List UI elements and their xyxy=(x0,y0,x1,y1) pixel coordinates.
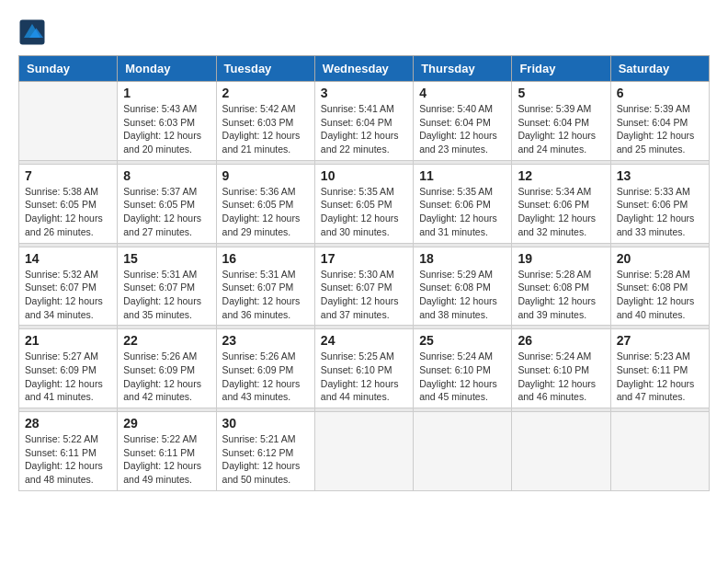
day-info: Sunrise: 5:30 AM Sunset: 6:07 PM Dayligh… xyxy=(321,268,407,322)
day-cell: 12Sunrise: 5:34 AM Sunset: 6:06 PM Dayli… xyxy=(512,164,610,243)
day-cell: 3Sunrise: 5:41 AM Sunset: 6:04 PM Daylig… xyxy=(314,82,413,161)
day-cell: 23Sunrise: 5:26 AM Sunset: 6:09 PM Dayli… xyxy=(216,329,314,408)
weekday-header-thursday: Thursday xyxy=(414,56,512,82)
day-info: Sunrise: 5:31 AM Sunset: 6:07 PM Dayligh… xyxy=(123,268,210,322)
day-cell xyxy=(610,412,709,491)
day-number: 5 xyxy=(518,86,604,100)
day-number: 30 xyxy=(222,416,309,431)
day-info: Sunrise: 5:28 AM Sunset: 6:08 PM Dayligh… xyxy=(617,268,703,322)
day-cell: 13Sunrise: 5:33 AM Sunset: 6:06 PM Dayli… xyxy=(610,164,709,243)
day-number: 29 xyxy=(123,416,210,431)
week-row-3: 14Sunrise: 5:32 AM Sunset: 6:07 PM Dayli… xyxy=(19,247,710,326)
day-info: Sunrise: 5:33 AM Sunset: 6:06 PM Dayligh… xyxy=(617,185,703,239)
day-info: Sunrise: 5:42 AM Sunset: 6:03 PM Dayligh… xyxy=(222,102,309,156)
day-info: Sunrise: 5:38 AM Sunset: 6:05 PM Dayligh… xyxy=(25,185,111,239)
logo xyxy=(18,18,50,46)
weekday-header-wednesday: Wednesday xyxy=(314,56,413,82)
day-info: Sunrise: 5:26 AM Sunset: 6:09 PM Dayligh… xyxy=(222,350,309,404)
day-cell: 24Sunrise: 5:25 AM Sunset: 6:10 PM Dayli… xyxy=(314,329,413,408)
day-info: Sunrise: 5:36 AM Sunset: 6:05 PM Dayligh… xyxy=(222,185,309,239)
day-cell xyxy=(314,412,413,491)
day-info: Sunrise: 5:39 AM Sunset: 6:04 PM Dayligh… xyxy=(518,102,604,156)
day-number: 10 xyxy=(321,168,407,183)
day-info: Sunrise: 5:31 AM Sunset: 6:07 PM Dayligh… xyxy=(222,268,309,322)
day-cell: 22Sunrise: 5:26 AM Sunset: 6:09 PM Dayli… xyxy=(118,329,216,408)
day-cell xyxy=(19,82,118,161)
day-number: 4 xyxy=(419,86,506,100)
day-cell: 2Sunrise: 5:42 AM Sunset: 6:03 PM Daylig… xyxy=(216,82,314,161)
day-cell: 25Sunrise: 5:24 AM Sunset: 6:10 PM Dayli… xyxy=(414,329,512,408)
day-number: 21 xyxy=(25,333,111,348)
day-cell: 20Sunrise: 5:28 AM Sunset: 6:08 PM Dayli… xyxy=(610,247,709,326)
day-number: 25 xyxy=(419,333,506,348)
day-info: Sunrise: 5:24 AM Sunset: 6:10 PM Dayligh… xyxy=(419,350,506,404)
day-number: 26 xyxy=(518,333,604,348)
weekday-header-sunday: Sunday xyxy=(19,56,118,82)
day-number: 6 xyxy=(617,86,703,100)
calendar-table: SundayMondayTuesdayWednesdayThursdayFrid… xyxy=(18,55,710,491)
day-cell: 1Sunrise: 5:43 AM Sunset: 6:03 PM Daylig… xyxy=(118,82,216,161)
day-number: 18 xyxy=(419,251,506,266)
day-number: 16 xyxy=(222,251,309,266)
week-row-1: 1Sunrise: 5:43 AM Sunset: 6:03 PM Daylig… xyxy=(19,82,710,161)
week-row-5: 28Sunrise: 5:22 AM Sunset: 6:11 PM Dayli… xyxy=(19,412,710,491)
day-cell: 8Sunrise: 5:37 AM Sunset: 6:05 PM Daylig… xyxy=(118,164,216,243)
day-info: Sunrise: 5:25 AM Sunset: 6:10 PM Dayligh… xyxy=(321,350,407,404)
day-info: Sunrise: 5:32 AM Sunset: 6:07 PM Dayligh… xyxy=(25,268,111,322)
day-cell: 28Sunrise: 5:22 AM Sunset: 6:11 PM Dayli… xyxy=(19,412,118,491)
day-cell xyxy=(414,412,512,491)
week-row-4: 21Sunrise: 5:27 AM Sunset: 6:09 PM Dayli… xyxy=(19,329,710,408)
day-cell: 17Sunrise: 5:30 AM Sunset: 6:07 PM Dayli… xyxy=(314,247,413,326)
week-row-2: 7Sunrise: 5:38 AM Sunset: 6:05 PM Daylig… xyxy=(19,164,710,243)
weekday-header-saturday: Saturday xyxy=(610,56,709,82)
day-number: 12 xyxy=(518,168,604,183)
weekday-header-friday: Friday xyxy=(512,56,610,82)
day-cell: 9Sunrise: 5:36 AM Sunset: 6:05 PM Daylig… xyxy=(216,164,314,243)
day-info: Sunrise: 5:26 AM Sunset: 6:09 PM Dayligh… xyxy=(123,350,210,404)
day-cell: 7Sunrise: 5:38 AM Sunset: 6:05 PM Daylig… xyxy=(19,164,118,243)
day-number: 22 xyxy=(123,333,210,348)
weekday-header-tuesday: Tuesday xyxy=(216,56,314,82)
day-cell: 14Sunrise: 5:32 AM Sunset: 6:07 PM Dayli… xyxy=(19,247,118,326)
day-cell: 4Sunrise: 5:40 AM Sunset: 6:04 PM Daylig… xyxy=(414,82,512,161)
day-number: 20 xyxy=(617,251,703,266)
day-cell: 26Sunrise: 5:24 AM Sunset: 6:10 PM Dayli… xyxy=(512,329,610,408)
day-cell: 15Sunrise: 5:31 AM Sunset: 6:07 PM Dayli… xyxy=(118,247,216,326)
day-info: Sunrise: 5:40 AM Sunset: 6:04 PM Dayligh… xyxy=(419,102,506,156)
day-number: 23 xyxy=(222,333,309,348)
day-number: 8 xyxy=(123,168,210,183)
day-number: 17 xyxy=(321,251,407,266)
day-number: 28 xyxy=(25,416,111,431)
weekday-header-row: SundayMondayTuesdayWednesdayThursdayFrid… xyxy=(19,56,710,82)
day-number: 24 xyxy=(321,333,407,348)
day-cell: 11Sunrise: 5:35 AM Sunset: 6:06 PM Dayli… xyxy=(414,164,512,243)
day-cell: 29Sunrise: 5:22 AM Sunset: 6:11 PM Dayli… xyxy=(118,412,216,491)
day-info: Sunrise: 5:24 AM Sunset: 6:10 PM Dayligh… xyxy=(518,350,604,404)
day-info: Sunrise: 5:22 AM Sunset: 6:11 PM Dayligh… xyxy=(123,432,210,487)
day-number: 13 xyxy=(617,168,703,183)
weekday-header-monday: Monday xyxy=(118,56,216,82)
day-info: Sunrise: 5:29 AM Sunset: 6:08 PM Dayligh… xyxy=(419,268,506,322)
day-info: Sunrise: 5:22 AM Sunset: 6:11 PM Dayligh… xyxy=(25,432,111,487)
day-number: 3 xyxy=(321,86,407,100)
logo-icon xyxy=(18,18,46,46)
day-info: Sunrise: 5:34 AM Sunset: 6:06 PM Dayligh… xyxy=(518,185,604,239)
day-cell: 18Sunrise: 5:29 AM Sunset: 6:08 PM Dayli… xyxy=(414,247,512,326)
day-info: Sunrise: 5:21 AM Sunset: 6:12 PM Dayligh… xyxy=(222,432,309,487)
day-cell: 5Sunrise: 5:39 AM Sunset: 6:04 PM Daylig… xyxy=(512,82,610,161)
day-info: Sunrise: 5:43 AM Sunset: 6:03 PM Dayligh… xyxy=(123,102,210,156)
day-info: Sunrise: 5:35 AM Sunset: 6:05 PM Dayligh… xyxy=(321,185,407,239)
day-info: Sunrise: 5:23 AM Sunset: 6:11 PM Dayligh… xyxy=(617,350,703,404)
day-info: Sunrise: 5:39 AM Sunset: 6:04 PM Dayligh… xyxy=(617,102,703,156)
day-cell: 27Sunrise: 5:23 AM Sunset: 6:11 PM Dayli… xyxy=(610,329,709,408)
day-cell: 21Sunrise: 5:27 AM Sunset: 6:09 PM Dayli… xyxy=(19,329,118,408)
day-info: Sunrise: 5:35 AM Sunset: 6:06 PM Dayligh… xyxy=(419,185,506,239)
day-info: Sunrise: 5:37 AM Sunset: 6:05 PM Dayligh… xyxy=(123,185,210,239)
day-info: Sunrise: 5:27 AM Sunset: 6:09 PM Dayligh… xyxy=(25,350,111,404)
day-number: 2 xyxy=(222,86,309,100)
day-cell: 10Sunrise: 5:35 AM Sunset: 6:05 PM Dayli… xyxy=(314,164,413,243)
day-number: 19 xyxy=(518,251,604,266)
day-number: 9 xyxy=(222,168,309,183)
day-cell: 30Sunrise: 5:21 AM Sunset: 6:12 PM Dayli… xyxy=(216,412,314,491)
day-cell: 6Sunrise: 5:39 AM Sunset: 6:04 PM Daylig… xyxy=(610,82,709,161)
